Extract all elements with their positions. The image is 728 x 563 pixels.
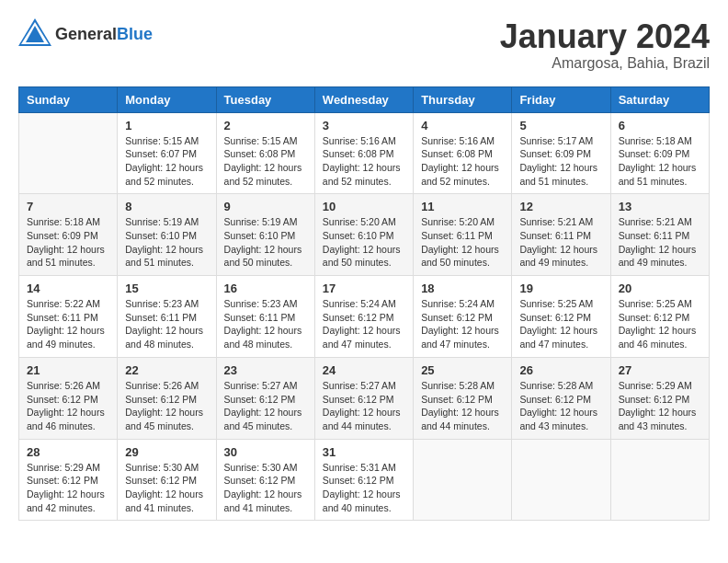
calendar-cell bbox=[512, 439, 610, 521]
calendar-cell: 18Sunrise: 5:24 AMSunset: 6:12 PMDayligh… bbox=[414, 276, 512, 358]
week-row-5: 28Sunrise: 5:29 AMSunset: 6:12 PMDayligh… bbox=[19, 439, 710, 521]
calendar-cell bbox=[610, 439, 709, 521]
day-number: 13 bbox=[619, 200, 701, 213]
day-number: 29 bbox=[125, 445, 208, 459]
calendar-cell: 13Sunrise: 5:21 AMSunset: 6:11 PMDayligh… bbox=[610, 194, 709, 276]
calendar-cell: 24Sunrise: 5:27 AMSunset: 6:12 PMDayligh… bbox=[314, 357, 413, 439]
day-info: Sunrise: 5:27 AMSunset: 6:12 PMDaylight:… bbox=[323, 379, 405, 433]
calendar-cell: 8Sunrise: 5:19 AMSunset: 6:10 PMDaylight… bbox=[118, 194, 216, 276]
calendar-cell: 10Sunrise: 5:20 AMSunset: 6:10 PMDayligh… bbox=[314, 194, 413, 276]
day-number: 15 bbox=[125, 282, 208, 295]
week-row-1: 1Sunrise: 5:15 AMSunset: 6:07 PMDaylight… bbox=[19, 112, 710, 194]
day-info: Sunrise: 5:15 AMSunset: 6:07 PMDaylight:… bbox=[125, 134, 208, 189]
day-info: Sunrise: 5:19 AMSunset: 6:10 PMDaylight:… bbox=[125, 215, 208, 270]
day-number: 5 bbox=[519, 119, 602, 132]
day-number: 1 bbox=[125, 119, 208, 132]
logo-icon bbox=[18, 18, 51, 50]
day-info: Sunrise: 5:16 AMSunset: 6:08 PMDaylight:… bbox=[421, 134, 504, 189]
title-area: January 2024 Amargosa, Bahia, Brazil bbox=[500, 18, 710, 72]
day-number: 24 bbox=[323, 363, 405, 377]
month-title: January 2024 bbox=[500, 18, 710, 55]
day-number: 9 bbox=[224, 200, 307, 213]
day-info: Sunrise: 5:26 AMSunset: 6:12 PMDaylight:… bbox=[27, 379, 109, 433]
day-info: Sunrise: 5:15 AMSunset: 6:08 PMDaylight:… bbox=[224, 134, 307, 189]
day-info: Sunrise: 5:28 AMSunset: 6:12 PMDaylight:… bbox=[421, 379, 504, 433]
logo-blue: Blue bbox=[117, 25, 153, 43]
calendar-cell: 25Sunrise: 5:28 AMSunset: 6:12 PMDayligh… bbox=[414, 357, 512, 439]
calendar-cell: 6Sunrise: 5:18 AMSunset: 6:09 PMDaylight… bbox=[610, 112, 709, 194]
calendar-cell: 22Sunrise: 5:26 AMSunset: 6:12 PMDayligh… bbox=[118, 357, 216, 439]
day-info: Sunrise: 5:30 AMSunset: 6:12 PMDaylight:… bbox=[224, 461, 307, 515]
week-row-3: 14Sunrise: 5:22 AMSunset: 6:11 PMDayligh… bbox=[19, 276, 710, 358]
day-number: 16 bbox=[224, 282, 307, 295]
day-number: 31 bbox=[323, 445, 405, 459]
day-number: 25 bbox=[421, 363, 504, 377]
weekday-header-thursday: Thursday bbox=[414, 86, 512, 112]
day-number: 22 bbox=[125, 363, 208, 377]
day-info: Sunrise: 5:20 AMSunset: 6:11 PMDaylight:… bbox=[421, 215, 504, 270]
day-info: Sunrise: 5:24 AMSunset: 6:12 PMDaylight:… bbox=[421, 297, 504, 351]
day-info: Sunrise: 5:21 AMSunset: 6:11 PMDaylight:… bbox=[519, 215, 602, 270]
day-info: Sunrise: 5:24 AMSunset: 6:12 PMDaylight:… bbox=[323, 297, 405, 351]
day-number: 20 bbox=[619, 282, 701, 295]
day-info: Sunrise: 5:20 AMSunset: 6:10 PMDaylight:… bbox=[323, 215, 405, 270]
day-info: Sunrise: 5:21 AMSunset: 6:11 PMDaylight:… bbox=[619, 215, 701, 270]
weekday-header-wednesday: Wednesday bbox=[314, 86, 413, 112]
day-info: Sunrise: 5:30 AMSunset: 6:12 PMDaylight:… bbox=[125, 461, 208, 515]
calendar-cell: 20Sunrise: 5:25 AMSunset: 6:12 PMDayligh… bbox=[610, 276, 709, 358]
day-info: Sunrise: 5:22 AMSunset: 6:11 PMDaylight:… bbox=[27, 297, 109, 351]
calendar-cell: 31Sunrise: 5:31 AMSunset: 6:12 PMDayligh… bbox=[314, 439, 413, 521]
calendar-cell: 17Sunrise: 5:24 AMSunset: 6:12 PMDayligh… bbox=[314, 276, 413, 358]
day-info: Sunrise: 5:18 AMSunset: 6:09 PMDaylight:… bbox=[27, 215, 109, 270]
week-row-2: 7Sunrise: 5:18 AMSunset: 6:09 PMDaylight… bbox=[19, 194, 710, 276]
calendar-cell: 28Sunrise: 5:29 AMSunset: 6:12 PMDayligh… bbox=[19, 439, 118, 521]
calendar-cell: 5Sunrise: 5:17 AMSunset: 6:09 PMDaylight… bbox=[512, 112, 610, 194]
calendar-cell: 27Sunrise: 5:29 AMSunset: 6:12 PMDayligh… bbox=[610, 357, 709, 439]
day-info: Sunrise: 5:28 AMSunset: 6:12 PMDaylight:… bbox=[519, 379, 602, 433]
calendar-cell: 11Sunrise: 5:20 AMSunset: 6:11 PMDayligh… bbox=[414, 194, 512, 276]
day-info: Sunrise: 5:23 AMSunset: 6:11 PMDaylight:… bbox=[224, 297, 307, 351]
logo-text: GeneralBlue bbox=[55, 25, 153, 44]
calendar-cell bbox=[414, 439, 512, 521]
logo: GeneralBlue bbox=[18, 18, 153, 50]
week-row-4: 21Sunrise: 5:26 AMSunset: 6:12 PMDayligh… bbox=[19, 357, 710, 439]
calendar-cell: 26Sunrise: 5:28 AMSunset: 6:12 PMDayligh… bbox=[512, 357, 610, 439]
calendar-cell: 3Sunrise: 5:16 AMSunset: 6:08 PMDaylight… bbox=[314, 112, 413, 194]
weekday-header-sunday: Sunday bbox=[19, 86, 118, 112]
day-info: Sunrise: 5:29 AMSunset: 6:12 PMDaylight:… bbox=[27, 461, 109, 515]
day-number: 26 bbox=[519, 363, 602, 377]
calendar-cell: 9Sunrise: 5:19 AMSunset: 6:10 PMDaylight… bbox=[216, 194, 314, 276]
calendar-cell: 21Sunrise: 5:26 AMSunset: 6:12 PMDayligh… bbox=[19, 357, 118, 439]
calendar-cell: 19Sunrise: 5:25 AMSunset: 6:12 PMDayligh… bbox=[512, 276, 610, 358]
day-number: 4 bbox=[421, 119, 504, 132]
day-number: 10 bbox=[323, 200, 405, 213]
calendar-cell: 30Sunrise: 5:30 AMSunset: 6:12 PMDayligh… bbox=[216, 439, 314, 521]
day-number: 27 bbox=[619, 363, 701, 377]
day-info: Sunrise: 5:17 AMSunset: 6:09 PMDaylight:… bbox=[519, 134, 602, 189]
day-number: 18 bbox=[421, 282, 504, 295]
day-info: Sunrise: 5:29 AMSunset: 6:12 PMDaylight:… bbox=[619, 379, 701, 433]
calendar-cell: 15Sunrise: 5:23 AMSunset: 6:11 PMDayligh… bbox=[118, 276, 216, 358]
day-info: Sunrise: 5:23 AMSunset: 6:11 PMDaylight:… bbox=[125, 297, 208, 351]
weekday-header-tuesday: Tuesday bbox=[216, 86, 314, 112]
day-number: 14 bbox=[27, 282, 109, 295]
calendar-cell: 16Sunrise: 5:23 AMSunset: 6:11 PMDayligh… bbox=[216, 276, 314, 358]
calendar-cell: 29Sunrise: 5:30 AMSunset: 6:12 PMDayligh… bbox=[118, 439, 216, 521]
day-number: 21 bbox=[27, 363, 109, 377]
day-info: Sunrise: 5:26 AMSunset: 6:12 PMDaylight:… bbox=[125, 379, 208, 433]
day-number: 6 bbox=[619, 119, 701, 132]
day-info: Sunrise: 5:25 AMSunset: 6:12 PMDaylight:… bbox=[519, 297, 602, 351]
weekday-header-saturday: Saturday bbox=[610, 86, 709, 112]
day-info: Sunrise: 5:25 AMSunset: 6:12 PMDaylight:… bbox=[619, 297, 701, 351]
day-info: Sunrise: 5:18 AMSunset: 6:09 PMDaylight:… bbox=[619, 134, 701, 189]
weekday-header-monday: Monday bbox=[118, 86, 216, 112]
logo-general: General bbox=[55, 25, 117, 43]
weekday-header-row: SundayMondayTuesdayWednesdayThursdayFrid… bbox=[19, 86, 710, 112]
day-number: 3 bbox=[323, 119, 405, 132]
day-info: Sunrise: 5:16 AMSunset: 6:08 PMDaylight:… bbox=[323, 134, 405, 189]
calendar-cell: 2Sunrise: 5:15 AMSunset: 6:08 PMDaylight… bbox=[216, 112, 314, 194]
calendar-cell: 14Sunrise: 5:22 AMSunset: 6:11 PMDayligh… bbox=[19, 276, 118, 358]
day-number: 2 bbox=[224, 119, 307, 132]
day-number: 7 bbox=[27, 200, 109, 213]
day-info: Sunrise: 5:19 AMSunset: 6:10 PMDaylight:… bbox=[224, 215, 307, 270]
